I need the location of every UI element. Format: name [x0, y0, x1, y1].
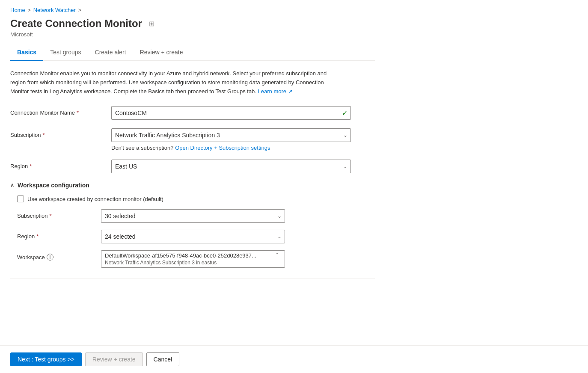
check-icon: ✓: [342, 109, 347, 117]
tab-review-create[interactable]: Review + create: [133, 44, 190, 61]
connection-monitor-name-label: Connection Monitor Name *: [10, 106, 104, 116]
required-star-ws-region: *: [36, 233, 39, 240]
workspace-field-value: DefaultWorkspace-af15e575-f948-49ac-bce0…: [105, 252, 256, 259]
connection-monitor-name-control: ✓: [111, 106, 351, 120]
cancel-button[interactable]: Cancel: [146, 352, 180, 366]
subscription-row: Subscription * Network Traffic Analytics…: [10, 128, 375, 151]
workspace-region-row: Region * 24 selected ⌄: [17, 230, 375, 243]
workspace-region-control: 24 selected ⌄: [101, 230, 285, 243]
breadcrumb: Home > Network Watcher >: [10, 7, 375, 13]
workspace-section: ∧ Workspace configuration Use workspace …: [10, 182, 375, 268]
workspace-subscription-row: Subscription * 30 selected ⌄: [17, 209, 375, 223]
connection-monitor-name-row: Connection Monitor Name * ✓: [10, 106, 375, 120]
page-icon-button[interactable]: ⊞: [147, 18, 156, 30]
workspace-body: Use workspace created by connection moni…: [10, 195, 375, 268]
workspace-chevron-icon: ∧: [10, 182, 14, 188]
workspace-field-subtitle: Network Traffic Analytics Subscription 3…: [105, 260, 271, 266]
basics-form: Connection Monitor Name * ✓ Subscription…: [10, 106, 375, 173]
region-row: Region * East US ⌄: [10, 160, 375, 173]
workspace-region-select[interactable]: 24 selected: [101, 230, 285, 243]
required-star: *: [77, 110, 79, 116]
workspace-default-checkbox[interactable]: [17, 195, 24, 202]
breadcrumb-home[interactable]: Home: [10, 7, 25, 13]
required-star-region: *: [30, 163, 32, 169]
required-star-ws-sub: *: [50, 213, 52, 219]
learn-more-link[interactable]: Learn more ↗: [258, 88, 293, 95]
learn-more-icon: ↗: [288, 88, 293, 95]
workspace-subscription-control: 30 selected ⌄: [101, 209, 285, 223]
subscription-hint: Don't see a subscription? Open Directory…: [111, 145, 351, 151]
connection-monitor-name-input[interactable]: [111, 106, 351, 120]
workspace-title: Workspace configuration: [18, 182, 89, 189]
workspace-subscription-select[interactable]: 30 selected: [101, 209, 285, 223]
subscription-select[interactable]: Network Traffic Analytics Subscription 3: [111, 128, 351, 142]
workspace-subscription-label: Subscription *: [17, 209, 94, 219]
workspace-field-control: DefaultWorkspace-af15e575-f948-49ac-bce0…: [101, 250, 285, 268]
tab-test-groups[interactable]: Test groups: [43, 44, 88, 61]
breadcrumb-network-watcher[interactable]: Network Watcher: [33, 7, 76, 13]
page-description: Connection Monitor enables you to monito…: [10, 69, 336, 96]
workspace-field-arrow: ⌄: [275, 249, 279, 255]
open-tab-icon: ⊞: [149, 20, 154, 27]
workspace-region-label: Region *: [17, 230, 94, 240]
page-subtitle: Microsoft: [10, 31, 375, 38]
breadcrumb-sep1: >: [28, 7, 31, 13]
footer: Next : Test groups >> Review + create Ca…: [0, 345, 588, 373]
region-control: East US ⌄: [111, 160, 351, 173]
workspace-checkbox-row: Use workspace created by connection moni…: [17, 195, 375, 202]
tab-basics[interactable]: Basics: [10, 44, 43, 61]
workspace-header[interactable]: ∧ Workspace configuration: [10, 182, 375, 189]
next-test-groups-button[interactable]: Next : Test groups >>: [10, 352, 82, 366]
workspace-field-row: Workspace i DefaultWorkspace-af15e575-f9…: [17, 250, 375, 268]
section-divider: [10, 278, 375, 278]
workspace-field-label: Workspace i: [17, 250, 94, 261]
required-star-sub: *: [43, 132, 45, 138]
subscription-label: Subscription *: [10, 128, 104, 138]
tab-create-alert[interactable]: Create alert: [88, 44, 133, 61]
region-label: Region *: [10, 160, 104, 169]
workspace-checkbox-label: Use workspace created by connection moni…: [27, 196, 163, 202]
subscription-control: Network Traffic Analytics Subscription 3…: [111, 128, 351, 151]
workspace-info-icon[interactable]: i: [47, 254, 53, 261]
breadcrumb-sep2: >: [78, 7, 81, 13]
region-select[interactable]: East US: [111, 160, 351, 173]
workspace-field-dropdown[interactable]: DefaultWorkspace-af15e575-f948-49ac-bce0…: [101, 250, 285, 268]
review-create-button[interactable]: Review + create: [85, 352, 143, 366]
page-title: Create Connection Monitor: [10, 18, 142, 30]
open-directory-link[interactable]: Open Directory + Subscription settings: [175, 145, 270, 151]
tab-bar: Basics Test groups Create alert Review +…: [10, 44, 375, 61]
